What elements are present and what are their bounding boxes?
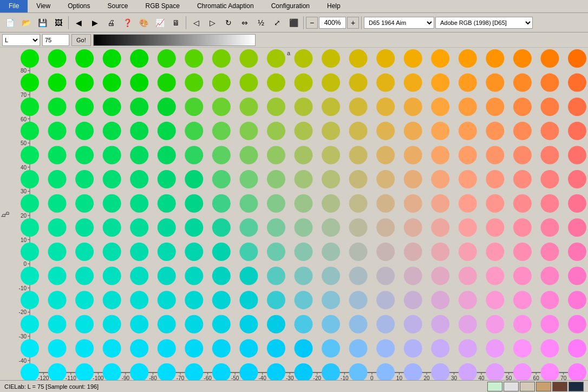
- separator: [68, 16, 69, 29]
- full-button[interactable]: ⬛: [286, 15, 301, 30]
- swatch-4: [536, 382, 551, 391]
- print-button[interactable]: 🖨: [103, 15, 119, 30]
- flip-button[interactable]: ⇔: [237, 15, 252, 30]
- colorspace-select[interactable]: Adobe RGB (1998) [D65]: [435, 17, 533, 29]
- display-button[interactable]: 🖥: [168, 15, 184, 30]
- zoom-minus-button[interactable]: −: [306, 17, 318, 29]
- status-text: CIELab: L = 75 [Sample count: 196]: [4, 383, 99, 390]
- forward-button[interactable]: ▶: [87, 15, 102, 30]
- zoom-plus-button[interactable]: +: [347, 17, 359, 29]
- half-button[interactable]: ½: [253, 15, 269, 30]
- rotate-button[interactable]: ↻: [221, 15, 236, 30]
- save-button[interactable]: 💾: [35, 15, 50, 30]
- swatch-2: [504, 382, 519, 391]
- color-button[interactable]: 🎨: [136, 15, 151, 30]
- axis-b-label: b: [4, 212, 10, 215]
- axis-a-label: a: [287, 50, 290, 56]
- menu-chromatic[interactable]: Chromatic Adaption: [188, 0, 263, 12]
- controls-row: L a b Go!: [0, 32, 588, 48]
- prev-button[interactable]: ◁: [188, 15, 204, 30]
- open-button[interactable]: 📂: [18, 15, 34, 30]
- chart-button[interactable]: 📈: [152, 15, 167, 30]
- separator4: [361, 16, 362, 29]
- menubar: File View Options Source RGB Space Chrom…: [0, 0, 588, 13]
- swatch-3: [520, 382, 535, 391]
- export-button[interactable]: 🖼: [51, 15, 66, 30]
- menu-rgb-space[interactable]: RGB Space: [137, 0, 188, 12]
- color-chart-canvas: [0, 48, 588, 380]
- next-button[interactable]: ▷: [205, 15, 220, 30]
- new-button[interactable]: 📄: [2, 15, 17, 30]
- color-swatches: [487, 382, 584, 391]
- menu-options[interactable]: Options: [59, 0, 99, 12]
- swatch-5: [552, 382, 567, 391]
- zoom-value-display: 400%: [319, 17, 346, 29]
- separator2: [186, 16, 186, 29]
- expand-button[interactable]: ⤢: [270, 15, 285, 30]
- illuminant-select[interactable]: D65 1964 Aim: [364, 17, 434, 29]
- toolbar: 📄 📂 💾 🖼 ◀ ▶ 🖨 ❓ 🎨 📈 🖥 ◁ ▷ ↻ ⇔ ½ ⤢ ⬛ − 40…: [0, 13, 588, 32]
- menu-source[interactable]: Source: [99, 0, 137, 12]
- chart-area: a b: [0, 48, 588, 380]
- menu-help[interactable]: Help: [318, 0, 349, 12]
- back-button[interactable]: ◀: [71, 15, 86, 30]
- menu-view[interactable]: View: [28, 0, 59, 12]
- zoom-controls: − 400% +: [306, 17, 359, 29]
- menu-configuration[interactable]: Configuration: [263, 0, 318, 12]
- menu-file[interactable]: File: [0, 0, 28, 12]
- statusbar: CIELab: L = 75 [Sample count: 196]: [0, 380, 588, 392]
- gradient-preview: [93, 34, 256, 46]
- separator3: [303, 16, 304, 29]
- channel-select[interactable]: L a b: [2, 34, 40, 46]
- go-button[interactable]: Go!: [71, 34, 91, 46]
- help-button[interactable]: ❓: [120, 15, 135, 30]
- swatch-1: [487, 382, 502, 391]
- value-input[interactable]: [42, 34, 69, 46]
- swatch-6: [569, 382, 584, 391]
